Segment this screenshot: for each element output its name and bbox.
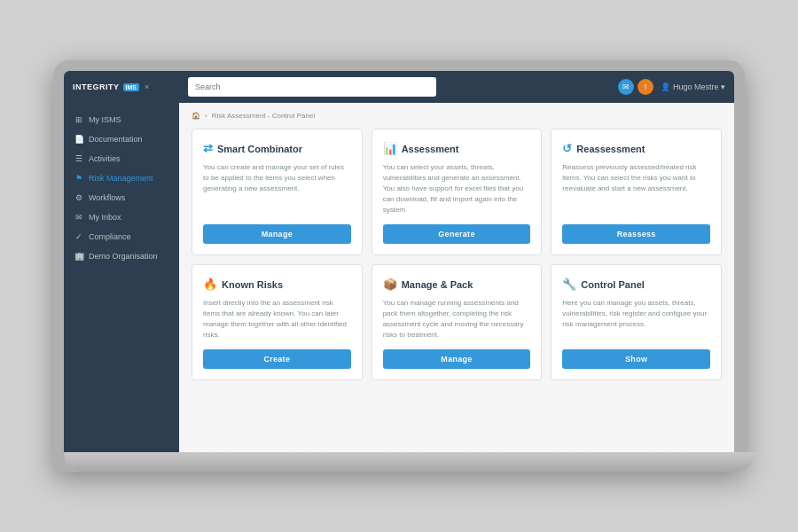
sidebar-label-activities: Activities [89, 154, 121, 163]
user-menu[interactable]: 👤 Hugo Mestre ▾ [661, 82, 725, 91]
sidebar-label-my-inbox: My Inbox [89, 213, 121, 222]
sidebar-label-workflows: Workflows [89, 193, 125, 202]
cards-grid: ⇄ Smart Combinator You can create and ma… [192, 129, 722, 380]
generate-button-assessment[interactable]: Generate [383, 224, 531, 244]
card-label-smart-combinator: Smart Combinator [217, 144, 302, 154]
card-desc-reassessment: Reassess previously assessed/treated ris… [562, 162, 710, 215]
sidebar-item-demo-organisation[interactable]: 🏢 Demo Organisation [64, 246, 179, 266]
card-label-known-risks: Known Risks [222, 279, 283, 290]
sidebar-label-demo-organisation: Demo Organisation [89, 252, 158, 261]
logo-area: INTEGRITY IMS × [73, 82, 188, 91]
card-desc-manage-pack: You can manage running assessments and p… [383, 298, 531, 340]
manage-button-pack[interactable]: Manage [383, 349, 531, 369]
risk-management-icon: ⚑ [74, 174, 83, 183]
card-label-control-panel: Control Panel [581, 279, 645, 290]
card-title-reassessment: ↺ Reassessment [562, 142, 710, 155]
control-panel-icon: 🔧 [562, 278, 576, 291]
laptop-base [64, 452, 755, 472]
search-bar[interactable] [188, 77, 436, 97]
card-desc-assessment: You can select your assets, threats, vul… [383, 162, 531, 215]
breadcrumb-home-icon[interactable]: 🏠 [192, 112, 200, 120]
close-tab-icon[interactable]: × [145, 82, 149, 91]
card-desc-known-risks: Insert directly into the an assessment r… [203, 298, 351, 340]
breadcrumb-label: Risk Assessment - Control Panel [212, 112, 316, 120]
card-smart-combinator: ⇄ Smart Combinator You can create and ma… [192, 129, 363, 255]
show-button-control-panel[interactable]: Show [562, 349, 710, 369]
card-desc-control-panel: Here you can manage you assets, threats,… [562, 298, 710, 340]
card-label-manage-pack: Manage & Pack [402, 279, 473, 290]
demo-organisation-icon: 🏢 [74, 252, 83, 261]
card-desc-smart-combinator: You can create and manage your set of ru… [203, 162, 351, 215]
user-name: Hugo Mestre ▾ [673, 82, 725, 91]
card-title-smart-combinator: ⇄ Smart Combinator [203, 142, 351, 155]
top-right: ✉ ! 👤 Hugo Mestre ▾ [618, 79, 725, 95]
sidebar-label-documentation: Documentation [89, 135, 143, 144]
card-manage-pack: 📦 Manage & Pack You can manage running a… [372, 264, 543, 380]
alert-icon[interactable]: ! [638, 79, 653, 95]
sidebar-item-compliance[interactable]: ✓ Compliance [64, 227, 179, 246]
breadcrumb-separator: › [205, 112, 207, 120]
sidebar-item-my-isms[interactable]: ⊞ My ISMS [64, 110, 179, 129]
create-button-known-risks[interactable]: Create [203, 349, 351, 369]
sidebar-item-my-inbox[interactable]: ✉ My Inbox [64, 207, 179, 227]
sidebar-item-documentation[interactable]: 📄 Documentation [64, 129, 179, 149]
sidebar-item-risk-management[interactable]: ⚑ Risk Management [64, 168, 179, 188]
manage-button-smart-combinator[interactable]: Manage [203, 224, 351, 244]
top-bar: INTEGRITY IMS × ✉ ! 👤 Hugo Mestre ▾ [64, 71, 734, 103]
my-inbox-icon: ✉ [74, 213, 83, 222]
card-title-assessment: 📊 Assessment [383, 142, 531, 155]
my-isms-icon: ⊞ [74, 115, 83, 124]
card-label-reassessment: Reassessment [576, 144, 645, 154]
sidebar-item-workflows[interactable]: ⚙ Workflows [64, 188, 179, 207]
main-content: ⊞ My ISMS 📄 Documentation ☰ Activities ⚑… [64, 103, 734, 452]
card-title-known-risks: 🔥 Known Risks [203, 278, 351, 291]
sidebar-label-risk-management: Risk Management [89, 174, 153, 183]
known-risks-icon: 🔥 [203, 278, 217, 291]
logo-text: INTEGRITY [73, 82, 120, 91]
compliance-icon: ✓ [74, 232, 83, 241]
logo-badge: IMS [123, 83, 139, 91]
search-input[interactable] [195, 82, 429, 91]
card-control-panel: 🔧 Control Panel Here you can manage you … [551, 264, 722, 380]
smart-combinator-icon: ⇄ [203, 142, 213, 155]
workflows-icon: ⚙ [74, 193, 83, 202]
card-title-manage-pack: 📦 Manage & Pack [383, 278, 531, 291]
card-known-risks: 🔥 Known Risks Insert directly into the a… [192, 264, 363, 380]
card-reassessment: ↺ Reassessment Reassess previously asses… [551, 129, 722, 255]
sidebar: ⊞ My ISMS 📄 Documentation ☰ Activities ⚑… [64, 103, 179, 452]
reassessment-icon: ↺ [562, 142, 572, 155]
assessment-icon: 📊 [383, 142, 397, 155]
documentation-icon: 📄 [74, 135, 83, 144]
breadcrumb: 🏠 › Risk Assessment - Control Panel [192, 112, 722, 120]
reassess-button[interactable]: Reassess [562, 224, 710, 244]
card-label-assessment: Assessment [402, 144, 459, 154]
manage-pack-icon: 📦 [383, 278, 397, 291]
message-icon[interactable]: ✉ [618, 79, 634, 95]
card-title-control-panel: 🔧 Control Panel [562, 278, 710, 291]
card-assessment: 📊 Assessment You can select your assets,… [372, 129, 543, 255]
sidebar-item-activities[interactable]: ☰ Activities [64, 149, 179, 168]
activities-icon: ☰ [74, 154, 83, 163]
user-icon: 👤 [661, 82, 670, 91]
content-area: 🏠 › Risk Assessment - Control Panel ⇄ Sm… [179, 103, 734, 452]
notification-icons: ✉ ! [618, 79, 653, 95]
sidebar-label-my-isms: My ISMS [89, 115, 121, 124]
sidebar-label-compliance: Compliance [89, 232, 131, 241]
